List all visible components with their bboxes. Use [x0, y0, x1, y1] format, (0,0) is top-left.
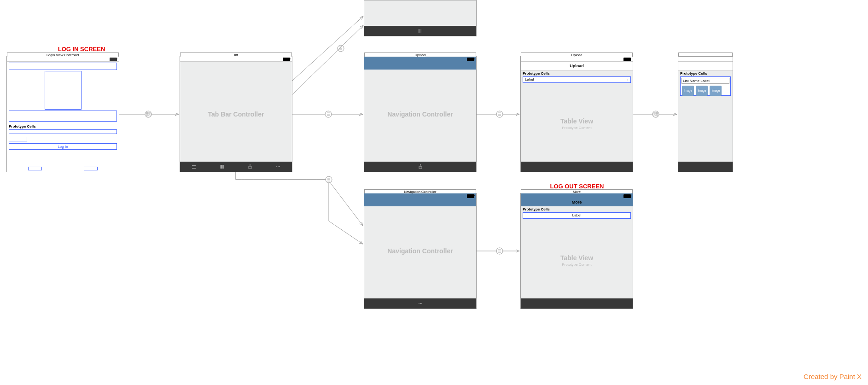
- battery-icon: [283, 58, 290, 61]
- tab-bar: [364, 162, 476, 172]
- nav-bar: [678, 62, 733, 70]
- image-placeholder: Image: [696, 86, 708, 96]
- share-icon: [418, 164, 423, 169]
- screen-scanner-partial[interactable]: [364, 0, 477, 36]
- more-icon: [275, 164, 281, 169]
- tab-item[interactable]: [364, 164, 476, 170]
- status-bar: [364, 57, 476, 61]
- nav-bar: [364, 198, 476, 206]
- controller-label: Tab Bar Controller: [180, 111, 292, 118]
- nav-bar: Upload: [521, 62, 633, 70]
- svg-point-12: [276, 166, 277, 167]
- battery-icon: [623, 194, 631, 198]
- svg-rect-0: [419, 29, 419, 33]
- svg-rect-9: [222, 165, 223, 169]
- nav-bar: [364, 61, 476, 70]
- scene-title: [678, 52, 733, 57]
- more-icon: [418, 301, 423, 306]
- prototype-cells-label: Prototype Cells: [678, 70, 733, 76]
- annotation-login: LOG IN SCREEN: [42, 46, 121, 52]
- login-button[interactable]: Log In: [9, 143, 117, 150]
- share-icon: [247, 164, 253, 169]
- screen-collection[interactable]: Prototype Cells List Name Label Image Im…: [678, 56, 733, 172]
- screen-login[interactable]: Login View Controller Prototype Cells Lo…: [6, 56, 119, 172]
- scene-title: More: [521, 189, 633, 193]
- image-placeholder: Image: [710, 86, 722, 96]
- tab-item-more[interactable]: [264, 164, 292, 170]
- status-bar: [521, 57, 633, 62]
- status-bar: [364, 193, 476, 198]
- svg-rect-3: [422, 29, 422, 33]
- tab-item-mylist[interactable]: [180, 164, 208, 170]
- login-textfield-1[interactable]: [9, 63, 117, 70]
- footer-box: [84, 167, 98, 170]
- tab-item-upload[interactable]: [236, 164, 264, 170]
- svg-point-18: [421, 303, 422, 304]
- scene-title: Navigation Controller: [364, 189, 476, 193]
- svg-rect-2: [421, 29, 421, 33]
- chevron-right-icon: ›: [627, 78, 629, 82]
- screen-tabbar[interactable]: Int Tab Bar Controller: [180, 56, 292, 172]
- status-bar: [521, 193, 633, 198]
- tab-item[interactable]: [364, 28, 476, 34]
- svg-point-17: [420, 303, 421, 304]
- login-textfield-2[interactable]: [9, 111, 117, 122]
- cell-label: Label: [572, 213, 582, 217]
- svg-rect-8: [221, 165, 222, 169]
- screen-table-more[interactable]: More More Prototype Cells Label Table Vi…: [520, 193, 633, 309]
- battery-icon: [623, 58, 631, 61]
- image-placeholder: Image: [682, 86, 694, 96]
- table-cell[interactable]: Label: [523, 212, 631, 219]
- login-cell[interactable]: [9, 129, 117, 134]
- svg-rect-10: [223, 165, 224, 169]
- battery-icon: [110, 58, 117, 61]
- controller-label: Navigation Controller: [364, 247, 476, 255]
- svg-rect-1: [419, 29, 420, 33]
- screen-nav-upload[interactable]: Upload Navigation Controller: [364, 56, 477, 172]
- scene-title: Int: [180, 52, 292, 57]
- scene-title: Upload: [364, 52, 476, 57]
- battery-icon: [467, 194, 474, 198]
- tab-bar: [364, 26, 476, 36]
- prototype-cells-label: Prototype Cells: [521, 70, 633, 76]
- list-icon: [191, 164, 197, 169]
- barcode-icon: [418, 28, 423, 34]
- svg-rect-7: [220, 165, 221, 169]
- collection-cell[interactable]: List Name Label Image Image Image: [680, 76, 731, 96]
- svg-point-14: [279, 166, 280, 167]
- status-bar: [180, 57, 292, 62]
- screen-table-upload[interactable]: Upload Upload Prototype Cells Label› Tab…: [520, 56, 633, 172]
- svg-point-16: [419, 303, 419, 304]
- login-small-field[interactable]: [9, 137, 27, 141]
- tab-item[interactable]: [364, 301, 476, 307]
- status-bar: [678, 57, 733, 62]
- svg-rect-4: [192, 165, 196, 166]
- tab-bar: [521, 162, 633, 172]
- login-image: [45, 71, 82, 110]
- tab-item-scanner[interactable]: [208, 164, 236, 170]
- cell-label: Label: [525, 77, 534, 82]
- battery-icon: [467, 58, 474, 61]
- controller-label: Table ViewPrototype Content: [521, 117, 633, 130]
- svg-rect-6: [192, 168, 196, 169]
- watermark: Created by Paint X: [804, 373, 862, 380]
- prototype-cells-label: Prototype Cells: [521, 206, 633, 212]
- footer-box: [28, 167, 42, 170]
- annotation-logout: LOG OUT SCREEN: [538, 183, 616, 190]
- controller-label: Table ViewPrototype Content: [521, 254, 633, 267]
- nav-bar: More: [521, 198, 633, 206]
- svg-point-13: [278, 166, 279, 167]
- tab-bar: [364, 298, 476, 309]
- table-cell[interactable]: Label›: [523, 76, 631, 83]
- login-footer: [7, 167, 119, 170]
- screen-nav-more[interactable]: Navigation Controller Navigation Control…: [364, 193, 477, 309]
- controller-label: Navigation Controller: [364, 111, 476, 118]
- barcode-icon: [219, 164, 225, 169]
- status-bar: [7, 57, 119, 62]
- scene-title: Upload: [521, 52, 633, 57]
- scene-title: Login View Controller: [7, 52, 119, 57]
- prototype-cells-label: Prototype Cells: [7, 123, 119, 129]
- tab-bar: [678, 162, 733, 172]
- tab-bar: [521, 298, 633, 309]
- svg-rect-5: [192, 167, 196, 167]
